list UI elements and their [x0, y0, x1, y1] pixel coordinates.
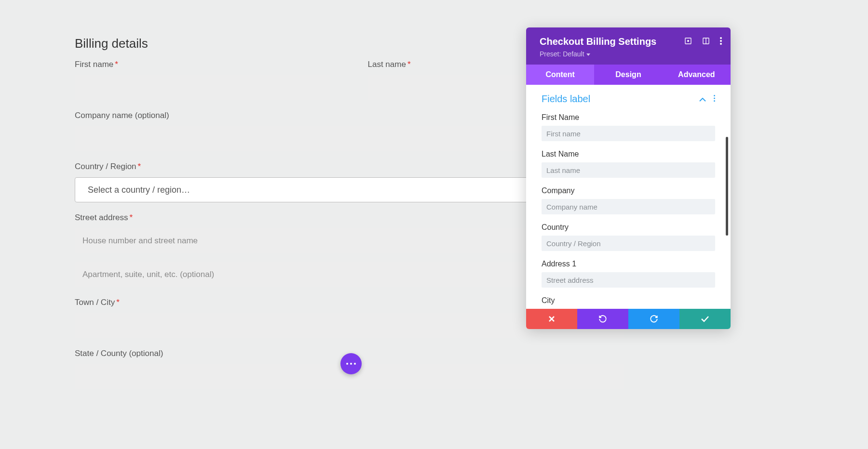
section-title[interactable]: Fields label [542, 93, 590, 105]
expand-icon[interactable] [684, 37, 692, 45]
first-name-label: First name* [75, 60, 332, 69]
city-label-text: Town / City [75, 298, 115, 307]
setting-label: Last Name [542, 150, 715, 158]
close-button[interactable] [526, 309, 577, 329]
more-vertical-icon[interactable] [720, 37, 722, 45]
street-label-text: Street address [75, 213, 128, 222]
settings-panel: Checkout Billing Settings Preset: Defaul… [526, 27, 731, 329]
panel-tabs: Content Design Advanced [526, 65, 731, 85]
country-label-text: Country / Region [75, 162, 136, 171]
setting-last-name: Last Name [542, 150, 715, 178]
dot-icon [354, 363, 356, 365]
tab-design[interactable]: Design [594, 65, 662, 85]
svg-point-8 [714, 97, 715, 99]
setting-city: City [542, 296, 715, 305]
caret-down-icon [586, 53, 590, 56]
scrollbar-thumb[interactable] [726, 137, 728, 236]
tab-content[interactable]: Content [526, 65, 594, 85]
panel-preset[interactable]: Preset: Default [540, 50, 717, 58]
preset-label-text: Preset: Default [540, 50, 584, 58]
more-vertical-icon[interactable] [714, 95, 715, 104]
setting-label: Company [542, 186, 715, 195]
required-asterisk: * [116, 298, 120, 307]
panel-header: Checkout Billing Settings Preset: Defaul… [526, 27, 731, 65]
svg-point-6 [720, 43, 722, 45]
first-name-input[interactable] [75, 75, 330, 100]
section-header: Fields label [542, 93, 715, 105]
required-asterisk: * [115, 60, 118, 69]
redo-button[interactable] [628, 309, 679, 329]
panel-body: Fields label First Name Last Name Compan… [526, 85, 731, 309]
setting-label: Country [542, 223, 715, 232]
setting-address1-input[interactable] [542, 272, 715, 288]
setting-address1: Address 1 [542, 260, 715, 288]
svg-point-9 [714, 100, 715, 102]
save-button[interactable] [679, 309, 731, 329]
svg-point-5 [720, 40, 722, 42]
setting-company-input[interactable] [542, 199, 715, 214]
columns-icon[interactable] [702, 37, 710, 45]
svg-point-1 [688, 40, 689, 42]
setting-first-name: First Name [542, 113, 715, 141]
tab-advanced[interactable]: Advanced [663, 65, 731, 85]
setting-label: First Name [542, 113, 715, 122]
required-asterisk: * [407, 60, 411, 69]
svg-point-7 [714, 95, 715, 96]
last-name-label-text: Last name [368, 60, 406, 69]
chevron-up-icon[interactable] [699, 95, 706, 104]
setting-country-input[interactable] [542, 236, 715, 251]
setting-company: Company [542, 186, 715, 214]
setting-country: Country [542, 223, 715, 251]
required-asterisk: * [138, 162, 141, 171]
setting-last-name-input[interactable] [542, 162, 715, 178]
undo-button[interactable] [577, 309, 628, 329]
first-name-group: First name* [75, 60, 332, 100]
setting-first-name-input[interactable] [542, 126, 715, 141]
fab-more-button[interactable] [340, 353, 362, 374]
required-asterisk: * [130, 213, 133, 222]
setting-label: Address 1 [542, 260, 715, 268]
first-name-label-text: First name [75, 60, 113, 69]
svg-point-4 [720, 37, 722, 39]
setting-label: City [542, 296, 715, 305]
panel-footer [526, 309, 731, 329]
country-select-placeholder: Select a country / region… [88, 185, 190, 195]
dot-icon [346, 363, 348, 365]
dot-icon [350, 363, 352, 365]
